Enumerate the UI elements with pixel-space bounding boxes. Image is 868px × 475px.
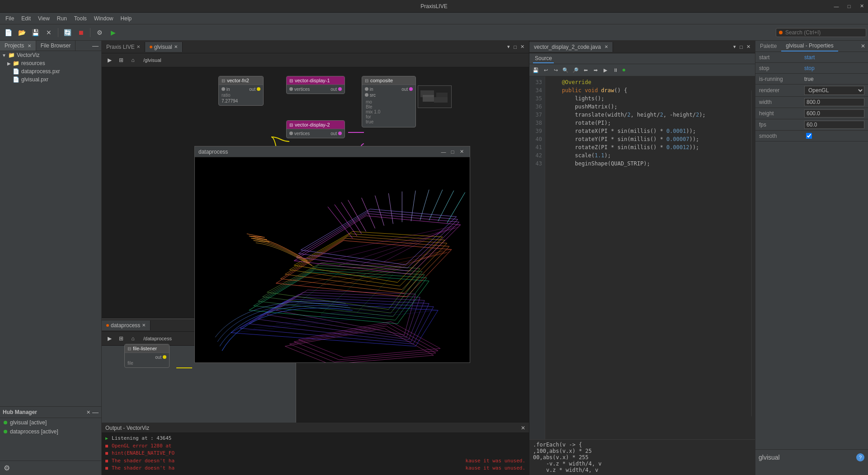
code-window-btn[interactable]: □ <box>739 43 744 51</box>
tab-palette[interactable]: Palette <box>755 41 781 51</box>
tree-glvisual[interactable]: 📄 glvisual.pxr <box>0 75 101 84</box>
prop-smooth-checkbox[interactable] <box>806 133 812 139</box>
output-line-4: ■ The shader doesn't ha kause it was unu… <box>105 457 525 465</box>
maximize-btn[interactable]: □ <box>843 0 855 13</box>
node-file-listener[interactable]: ⊟ file-listener out file <box>124 344 170 368</box>
prop-height: height <box>755 108 868 119</box>
hub-item-dataprocess[interactable]: dataprocess [active] <box>0 427 101 436</box>
code-next-btn[interactable]: ➡ <box>591 66 600 75</box>
help-button[interactable]: ? <box>856 453 864 461</box>
dp-home-btn[interactable]: ⌂ <box>128 334 138 343</box>
tab-glvisual[interactable]: glvisual ✕ <box>145 42 183 52</box>
output-text-3: hint(ENABLE_NATIVE_FO <box>112 450 175 457</box>
port-vd2-vertices-dot <box>289 132 293 135</box>
tab-file-browser[interactable]: File Browser <box>36 41 76 51</box>
tab-window-btn[interactable]: □ <box>513 43 518 51</box>
left-panel-min[interactable]: — <box>92 42 99 49</box>
hub-manager: Hub Manager ✕ — glvisual [active] datapr… <box>0 406 101 461</box>
menu-tools[interactable]: Tools <box>71 14 90 23</box>
toolbar: 📄 📂 💾 ✕ 🔄 ⏹ ⚙ ▶ <box>0 24 868 41</box>
toolbar-close[interactable]: ✕ <box>42 26 55 39</box>
menu-view[interactable]: View <box>34 14 53 23</box>
menu-window[interactable]: Window <box>90 14 117 23</box>
graph-grid-btn[interactable]: ⊞ <box>116 55 126 65</box>
tree-vectorviz[interactable]: ▼ 📁 VectorViz <box>0 51 101 59</box>
menu-run[interactable]: Run <box>53 14 71 23</box>
menu-file[interactable]: File <box>2 14 18 23</box>
tab-projects-close[interactable]: ✕ <box>28 43 31 48</box>
props-close[interactable]: ✕ <box>858 43 868 49</box>
prop-renderer-select[interactable]: OpenGL <box>804 86 864 95</box>
tab-properties[interactable]: glvisual - Properties <box>781 41 838 52</box>
toolbar-save[interactable]: 💾 <box>29 26 42 39</box>
hub-manager-close[interactable]: ✕ <box>86 409 90 415</box>
folder-icon-resources: 📁 <box>13 60 19 66</box>
node-vector-display-2[interactable]: ⊟ vector-display-2 vertices out <box>286 120 345 138</box>
viz-maximize-btn[interactable]: □ <box>448 147 457 156</box>
prop-width-input[interactable] <box>804 98 864 106</box>
tab-projects[interactable]: Projects ✕ <box>0 41 36 51</box>
graph-play-btn[interactable]: ▶ <box>104 55 114 65</box>
tab-code-file[interactable]: vector_display_2_code.java ✕ <box>529 42 613 52</box>
output-close[interactable]: ✕ <box>521 425 525 431</box>
glvisual-bottom-label: glvisual <box>759 454 780 461</box>
graph-home-btn[interactable]: ⌂ <box>128 55 138 65</box>
node-ports-file-listener: out file <box>125 353 169 367</box>
code-run-btn[interactable]: ▶ <box>601 66 610 75</box>
hub-item-glvisual[interactable]: glvisual [active] <box>0 418 101 427</box>
prop-stop-value[interactable]: stop <box>804 65 864 71</box>
minimize-btn[interactable]: — <box>830 0 843 13</box>
tab-dataprocess-close[interactable]: ✕ <box>142 323 146 328</box>
dp-play-btn[interactable]: ▶ <box>104 334 114 343</box>
tab-close-btn[interactable]: ✕ <box>519 43 525 51</box>
toolbar-refresh[interactable]: 🔄 <box>61 26 74 39</box>
output-icon-err-3: ■ <box>105 450 108 456</box>
menu-bar: File Edit View Run Tools Window Help <box>0 13 868 24</box>
node-vector-fn2[interactable]: ⊟ vector-fn2 in out ratio <box>218 76 264 106</box>
node-composite[interactable]: ⊟ composite in out src <box>362 76 416 127</box>
code-replace-btn[interactable]: 🔎 <box>571 66 580 75</box>
viz-minimize-btn[interactable]: — <box>439 147 448 156</box>
hub-manager-min[interactable]: — <box>92 409 99 416</box>
composite-out-dot <box>409 87 413 91</box>
prop-height-input[interactable] <box>804 109 864 118</box>
code-overflow-btn[interactable]: ▾ <box>732 43 737 51</box>
code-tab-close[interactable]: ✕ <box>604 44 608 49</box>
search-box[interactable] <box>776 28 866 37</box>
code-close-btn[interactable]: ✕ <box>745 43 751 51</box>
tab-praxislive[interactable]: Praxis LIVE ✕ <box>102 42 145 52</box>
tab-dataprocess[interactable]: dataprocess ✕ <box>102 320 151 330</box>
tab-glvisual-close[interactable]: ✕ <box>174 44 178 49</box>
tab-praxislive-close[interactable]: ✕ <box>137 44 140 49</box>
code-undo-btn[interactable]: ↩ <box>541 66 550 75</box>
close-btn[interactable]: ✕ <box>855 0 868 13</box>
code-search-btn[interactable]: 🔍 <box>561 66 570 75</box>
prop-fps-input[interactable] <box>804 121 864 129</box>
code-pause-btn[interactable]: ⏸ <box>611 66 620 75</box>
toolbar-run[interactable]: ▶ <box>107 26 119 39</box>
code-text[interactable]: @Override public void draw() { lights();… <box>545 76 755 439</box>
source-tab[interactable]: Source <box>533 54 554 63</box>
toolbar-settings[interactable]: ⚙ <box>93 26 106 39</box>
tree-resources[interactable]: ▶ 📁 resources <box>0 59 101 67</box>
prop-start-value[interactable]: start <box>804 54 864 61</box>
tree-dataprocess[interactable]: 📄 dataprocess.pxr <box>0 67 101 75</box>
code-scrollbar[interactable] <box>751 90 755 416</box>
menu-help[interactable]: Help <box>117 14 136 23</box>
code-save-btn[interactable]: 💾 <box>531 66 540 75</box>
search-input[interactable] <box>785 29 858 36</box>
settings-icon[interactable]: ⚙ <box>4 464 10 472</box>
node-vector-display-1[interactable]: ⊟ vector-display-1 vertices out <box>286 76 345 94</box>
viz-close-btn[interactable]: ✕ <box>457 147 466 156</box>
app-title: PraxisLIVE <box>420 3 447 9</box>
toolbar-open[interactable]: 📂 <box>15 26 28 39</box>
toolbar-stop[interactable]: ⏹ <box>75 26 87 39</box>
tab-overflow-btn[interactable]: ▾ <box>506 43 511 51</box>
svg-rect-5 <box>195 157 469 362</box>
code-redo-btn[interactable]: ↪ <box>551 66 560 75</box>
dp-grid-btn[interactable]: ⊞ <box>116 334 126 343</box>
toolbar-new[interactable]: 📄 <box>2 26 14 39</box>
code-prev-btn[interactable]: ⬅ <box>581 66 590 75</box>
output-text-4: The shader doesn't ha <box>112 457 175 465</box>
menu-edit[interactable]: Edit <box>18 14 34 23</box>
